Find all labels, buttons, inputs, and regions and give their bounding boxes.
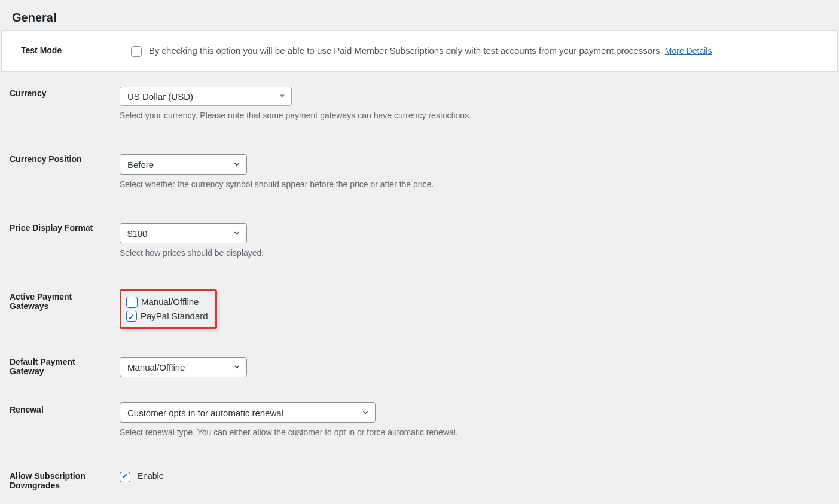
renewal-description: Select renewal type. You can either allo… [120, 427, 833, 437]
currency-position-select[interactable]: Before [120, 154, 247, 175]
default-payment-gateway-select[interactable]: Manual/Offline [120, 357, 247, 377]
test-mode-checkbox[interactable] [131, 46, 142, 57]
currency-position-value: Before [127, 160, 154, 170]
gateway-manual-checkbox[interactable] [126, 297, 138, 308]
active-payment-gateways-label: Active Payment Gateways [0, 267, 114, 338]
renewal-label: Renewal [0, 387, 114, 446]
currency-position-description: Select whether the currency symbol shoul… [120, 179, 833, 189]
currency-label: Currency [0, 78, 114, 129]
default-payment-gateway-value: Manual/Offline [127, 362, 185, 372]
renewal-value: Customer opts in for automatic renewal [127, 408, 283, 418]
renewal-select[interactable]: Customer opts in for automatic renewal [120, 402, 376, 423]
test-mode-description: By checking this option you will be able… [149, 45, 665, 56]
gateway-manual-label: Manual/Offline [141, 295, 199, 308]
currency-value: US Dollar (USD) [127, 91, 193, 102]
gateway-option-manual: Manual/Offline [126, 295, 208, 309]
gateway-option-paypal: PayPal Standard [126, 309, 208, 323]
price-display-format-label: Price Display Format [0, 198, 114, 267]
gateway-paypal-label: PayPal Standard [141, 310, 208, 323]
price-display-format-select[interactable]: $100 [120, 223, 247, 243]
section-title: General [0, 0, 839, 30]
test-mode-card: Test Mode By checking this option you wi… [1, 30, 838, 72]
chevron-down-icon [280, 95, 285, 98]
gateway-paypal-checkbox[interactable] [126, 311, 137, 322]
allow-subscription-downgrades-label: Allow Subscription Downgrades [0, 446, 114, 501]
active-payment-gateways-highlight: Manual/Offline PayPal Standard [120, 289, 217, 329]
currency-description: Select your currency. Please note that s… [120, 111, 833, 120]
test-mode-label: Test Mode [11, 45, 125, 57]
currency-select[interactable]: US Dollar (USD) [120, 87, 292, 106]
test-mode-more-details-link[interactable]: More Details [665, 46, 712, 56]
currency-position-label: Currency Position [0, 129, 114, 198]
allow-downgrades-checkbox[interactable] [120, 472, 130, 482]
default-payment-gateway-label: Default Payment Gateway [0, 338, 114, 387]
allow-downgrades-enable-label: Enable [138, 471, 164, 481]
price-display-format-value: $100 [127, 228, 147, 239]
price-display-format-description: Select how prices should be displayed. [120, 248, 833, 258]
